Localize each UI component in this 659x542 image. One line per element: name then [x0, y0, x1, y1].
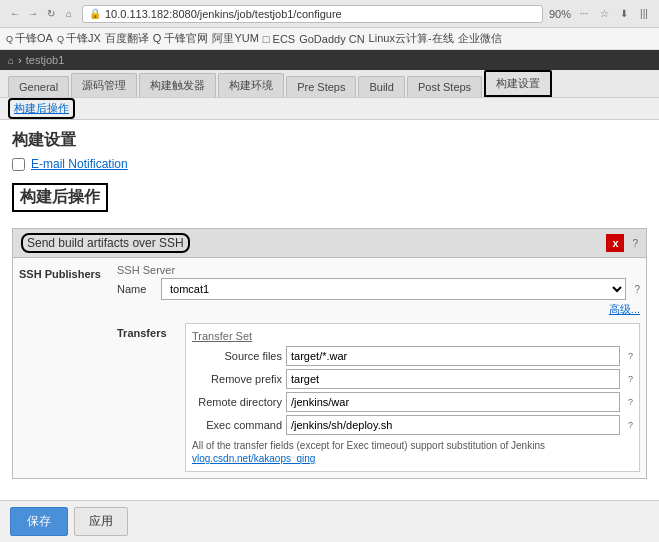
- advanced-button[interactable]: 高级...: [117, 302, 640, 317]
- source-files-help-icon[interactable]: ?: [628, 351, 633, 361]
- forward-icon[interactable]: →: [26, 7, 40, 21]
- ssh-panel-header: Send build artifacts over SSH x ?: [13, 229, 646, 258]
- bookmark-qifeng[interactable]: Q 千锋官网: [153, 31, 209, 46]
- exec-command-help-icon[interactable]: ?: [628, 420, 633, 430]
- back-icon[interactable]: ←: [8, 7, 22, 21]
- name-label: Name: [117, 283, 157, 295]
- email-checkbox[interactable]: [12, 158, 25, 171]
- ssh-publishers-label: SSH Publishers: [19, 264, 109, 472]
- bookmark-linux-label: Linux云计算-在线: [369, 31, 454, 46]
- name-row: Name tomcat1 ?: [117, 278, 640, 300]
- tab-pre-steps[interactable]: Pre Steps: [286, 76, 356, 97]
- ssh-publisher-panel: Send build artifacts over SSH x ? SSH Pu…: [12, 228, 647, 479]
- bookmark-godaddy-label: GoDaddy CN: [299, 33, 364, 45]
- bottom-bar: 保存 应用: [0, 500, 659, 542]
- transfer-set-title: Transfer Set: [192, 330, 633, 342]
- breadcrumb-job[interactable]: testjob1: [26, 54, 65, 66]
- bookmark-oa-icon: Q: [6, 34, 13, 44]
- bookmark-wechat[interactable]: 企业微信: [458, 31, 502, 46]
- jenkins-breadcrumb: ⌂ › testjob1: [0, 50, 659, 70]
- zoom-level: 90%: [549, 8, 571, 20]
- tab-build-triggers[interactable]: 构建触发器: [139, 73, 216, 97]
- extensions-icon[interactable]: |||: [637, 7, 651, 21]
- server-section-label: SSH Server: [117, 264, 640, 276]
- bookmark-aliyum-label: 阿里YUM: [212, 31, 258, 46]
- exec-command-input[interactable]: [286, 415, 620, 435]
- bookmark-baidu[interactable]: 百度翻译: [105, 31, 149, 46]
- info-link[interactable]: vlog.csdn.net/kakaops_qing: [192, 453, 315, 464]
- bookmark-wechat-label: 企业微信: [458, 31, 502, 46]
- breadcrumb-separator: ›: [18, 54, 22, 66]
- bookmark-jx[interactable]: Q 千锋JX: [57, 31, 101, 46]
- lock-icon: 🔒: [89, 8, 101, 19]
- remove-prefix-help-icon[interactable]: ?: [628, 374, 633, 384]
- remove-prefix-row: Remove prefix ?: [192, 369, 633, 389]
- source-files-label: Source files: [192, 350, 282, 362]
- ssh-server-section: SSH Server Name tomcat1 ? 高级...: [117, 264, 640, 317]
- remote-directory-label: Remote directory: [192, 396, 282, 408]
- tab-post-steps[interactable]: Post Steps: [407, 76, 482, 97]
- download-icon[interactable]: ⬇: [617, 7, 631, 21]
- post-build-title: 构建后操作: [12, 183, 108, 212]
- browser-right-icons: 90% ··· ☆ ⬇ |||: [549, 7, 651, 21]
- bookmark-ecs-label: □ ECS: [263, 33, 295, 45]
- name-help-icon[interactable]: ?: [634, 284, 640, 295]
- ssh-panel-title: Send build artifacts over SSH: [21, 233, 190, 253]
- email-notification-row: E-mail Notification: [12, 157, 647, 171]
- remote-directory-input[interactable]: [286, 392, 620, 412]
- tab-build-env[interactable]: 构建环境: [218, 73, 284, 97]
- address-text: 10.0.113.182:8080/jenkins/job/testjob1/c…: [105, 8, 342, 20]
- tab-general[interactable]: General: [8, 76, 69, 97]
- star-icon[interactable]: ☆: [597, 7, 611, 21]
- section-title: 构建设置: [12, 130, 647, 151]
- bookmarks-bar: Q 千锋OA Q 千锋JX 百度翻译 Q 千锋官网 阿里YUM □ ECS Go…: [0, 28, 659, 50]
- bookmark-aliyum[interactable]: 阿里YUM: [212, 31, 258, 46]
- bookmark-qifeng-label: Q 千锋官网: [153, 31, 209, 46]
- main-content: 构建设置 E-mail Notification 构建后操作 Send buil…: [0, 120, 659, 500]
- home-icon[interactable]: ⌂: [62, 7, 76, 21]
- sub-tab-post-build[interactable]: 构建后操作: [8, 98, 75, 119]
- remove-prefix-label: Remove prefix: [192, 373, 282, 385]
- tab-build-settings[interactable]: 构建设置: [484, 70, 552, 97]
- exec-command-label: Exec command: [192, 419, 282, 431]
- remote-directory-row: Remote directory ?: [192, 392, 633, 412]
- browser-nav-icons: ← → ↻ ⌂: [8, 7, 76, 21]
- remove-prefix-input[interactable]: [286, 369, 620, 389]
- bookmark-jx-icon: Q: [57, 34, 64, 44]
- refresh-icon[interactable]: ↻: [44, 7, 58, 21]
- address-bar[interactable]: 🔒 10.0.113.182:8080/jenkins/job/testjob1…: [82, 5, 543, 23]
- jenkins-home-icon[interactable]: ⌂: [8, 55, 14, 66]
- sub-tabs: 构建后操作: [0, 98, 659, 120]
- tab-scm[interactable]: 源码管理: [71, 73, 137, 97]
- ssh-panel-title-row: Send build artifacts over SSH: [21, 233, 190, 253]
- ssh-close-button[interactable]: x: [606, 234, 624, 252]
- transfers-section: Transfers Transfer Set Source files ? Re…: [117, 323, 640, 472]
- info-text: All of the transfer fields (except for E…: [192, 439, 633, 465]
- transfers-label: Transfers: [117, 323, 177, 472]
- source-files-input[interactable]: [286, 346, 620, 366]
- transfer-set-box: Transfer Set Source files ? Remove prefi…: [185, 323, 640, 472]
- bookmark-oa-label: 千锋OA: [15, 31, 53, 46]
- save-button[interactable]: 保存: [10, 507, 68, 536]
- ssh-panel-body: SSH Publishers SSH Server Name tomcat1 ?…: [13, 258, 646, 478]
- ssh-right-content: SSH Server Name tomcat1 ? 高级... Transfer…: [117, 264, 640, 472]
- ssh-help-icon[interactable]: ?: [632, 238, 638, 249]
- remote-directory-help-icon[interactable]: ?: [628, 397, 633, 407]
- ellipsis-icon[interactable]: ···: [577, 7, 591, 21]
- apply-button[interactable]: 应用: [74, 507, 128, 536]
- bookmark-oa[interactable]: Q 千锋OA: [6, 31, 53, 46]
- email-label: E-mail Notification: [31, 157, 128, 171]
- bookmark-jx-label: 千锋JX: [66, 31, 101, 46]
- bookmark-godaddy[interactable]: GoDaddy CN: [299, 33, 364, 45]
- bookmark-linux[interactable]: Linux云计算-在线: [369, 31, 454, 46]
- exec-command-row: Exec command ?: [192, 415, 633, 435]
- browser-bar: ← → ↻ ⌂ 🔒 10.0.113.182:8080/jenkins/job/…: [0, 0, 659, 28]
- server-name-select[interactable]: tomcat1: [161, 278, 626, 300]
- bookmark-ecs[interactable]: □ ECS: [263, 33, 295, 45]
- source-files-row: Source files ?: [192, 346, 633, 366]
- bookmark-baidu-label: 百度翻译: [105, 31, 149, 46]
- tab-build[interactable]: Build: [358, 76, 404, 97]
- jenkins-tabs: General 源码管理 构建触发器 构建环境 Pre Steps Build …: [0, 70, 659, 98]
